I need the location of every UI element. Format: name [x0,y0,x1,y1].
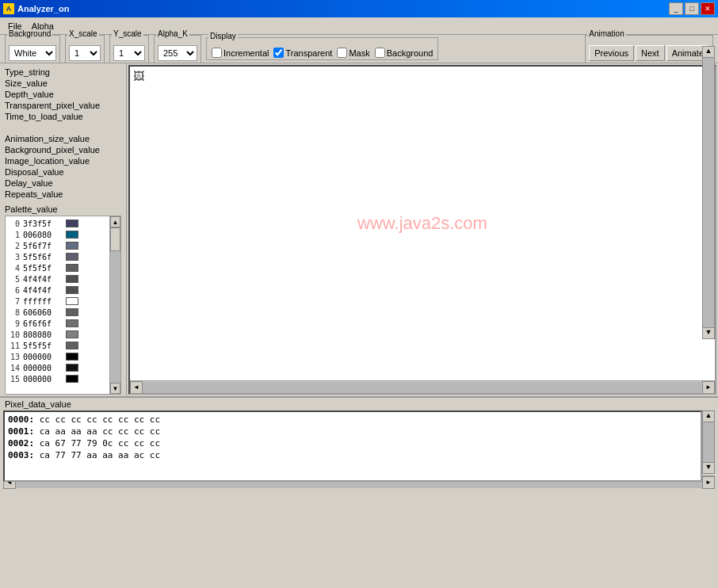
palette-color-swatch [66,231,78,239]
palette-scroll-up[interactable]: ▲ [110,216,120,227]
image-hscroll-left[interactable]: ◄ [130,381,143,394]
palette-row: 3 5f5f6f [7,251,108,262]
xscale-group: X_scale 1 2 4 [65,35,105,63]
pixel-addr: 0003: [8,450,34,460]
animation-size-value: Animation_size_value [5,133,121,144]
app-icon: A [3,3,14,14]
palette-hex: 5f5f6f [23,253,63,262]
palette-scroll-track [110,227,120,383]
info-list: Type_string Size_value Depth_value Trans… [0,63,126,203]
bottom-panel: Pixel_data_value 0000: cc cc cc cc cc cc… [0,396,718,491]
palette-color-swatch [66,264,78,272]
background-group: Background White Black Gray [5,35,60,63]
transparent-checkbox[interactable] [273,48,284,58]
palette-index: 10 [7,330,20,339]
pixel-data-row: 0001: ca aa aa aa cc cc cc cc [8,426,697,437]
pixel-values: cc cc cc cc cc cc cc cc [40,414,160,425]
delay-value: Delay_value [5,178,121,189]
toolbar: Background White Black Gray X_scale 1 2 … [0,35,718,63]
depth-value: Depth_value [5,89,121,100]
palette-color-swatch [66,275,78,283]
incremental-checkbox[interactable] [212,48,222,58]
palette-row: 0 3f3f5f [7,218,108,229]
palette-index: 13 [7,353,20,361]
palette-row: 4 5f5f5f [7,262,108,273]
image-hscroll-right[interactable]: ► [702,381,715,394]
pixel-data-area[interactable]: 0000: cc cc cc cc cc cc cc cc0001: ca aa… [3,410,702,482]
close-button[interactable]: ✕ [701,2,715,15]
disposal-value: Disposal_value [5,166,121,178]
image-scroll-down[interactable]: ▼ [703,327,714,338]
image-h-scrollbar: ◄ ► [130,380,715,393]
palette-row: 8 606060 [7,307,108,318]
incremental-checkbox-group: Incremental [212,48,269,58]
yscale-label: Y_scale [112,29,143,38]
incremental-label: Incremental [223,48,269,58]
image-v-scrollbar: ▲ ▼ [702,65,715,339]
pixel-values: ca 67 77 79 0c cc cc cc [40,438,160,449]
mask-label: Mask [349,48,369,58]
palette-container: 0 3f3f5f 1 006080 2 5f6f7f 3 5f5f6f 4 5f… [5,216,121,395]
pixel-data-row: 0000: cc cc cc cc cc cc cc cc [8,414,697,426]
pixel-data-row: 0003: ca 77 77 aa aa aa ac cc [8,449,697,461]
palette-hex: 4f4f4f [23,275,63,284]
animation-label: Animation [587,29,625,38]
display-group: Display Incremental Transparent Mask Bac… [206,37,438,60]
image-view[interactable]: 🖼 www.java2s.com [130,67,715,380]
xscale-select[interactable]: 1 2 4 [69,45,101,61]
palette-hex: 000000 [23,364,63,372]
palette-hex: 5f5f5f [23,342,63,350]
palette-row: 10 808080 [7,329,108,340]
background-checkbox[interactable] [375,48,385,58]
palette-row: 2 5f6f7f [7,240,108,251]
previous-button[interactable]: Previous [589,45,634,61]
main-content: Type_string Size_value Depth_value Trans… [0,63,718,491]
pixel-scroll-track [703,422,714,462]
background-select[interactable]: White Black Gray [9,45,56,61]
palette-index: 8 [7,308,20,317]
palette-index: 1 [7,231,20,239]
animation-group: Animation Previous Next Animate [585,35,713,63]
pixel-scroll-down[interactable]: ▼ [703,462,714,473]
palette-hex: 6f6f6f [23,319,63,328]
palette-scroll-down[interactable]: ▼ [110,383,120,394]
maximize-button[interactable]: □ [685,2,699,15]
alphak-select[interactable]: 255 128 0 [158,45,197,61]
palette-hex: 006080 [23,231,63,239]
yscale-select[interactable]: 1 2 4 [113,45,145,61]
mask-checkbox[interactable] [337,48,347,58]
pixel-addr: 0000: [8,414,34,425]
palette-scroll-thumb[interactable] [110,227,120,251]
watermark: www.java2s.com [357,213,487,234]
next-button[interactable]: Next [636,45,665,61]
palette-index: 6 [7,286,20,295]
palette-hex: 808080 [23,330,63,339]
palette-color-swatch [66,242,78,250]
pixel-addr: 0001: [8,426,34,437]
time-to-load-value: Time_to_load_value [5,111,121,122]
palette-hex: 000000 [23,353,63,361]
title-bar-text: Analyzer_on [17,4,669,13]
palette-index: 2 [7,242,20,250]
minimize-button[interactable]: _ [669,2,683,15]
palette-color-swatch [66,330,78,338]
pixel-hscroll-right[interactable]: ► [702,476,715,489]
background-pixel-value: Background_pixel_value [5,144,121,155]
yscale-group: Y_scale 1 2 4 [109,35,149,63]
palette-index: 3 [7,253,20,262]
palette-index: 4 [7,264,20,273]
title-bar: A Analyzer_on _ □ ✕ [0,0,718,17]
background-display-label: Background [387,48,433,58]
pixel-values: ca 77 77 aa aa aa ac cc [40,450,160,460]
left-panel: Type_string Size_value Depth_value Trans… [0,63,127,396]
palette-hex: ffffff [23,297,63,306]
palette-index: 5 [7,275,20,284]
pixel-scroll-up[interactable]: ▲ [703,411,714,422]
spacer1 [5,122,121,133]
background-label: Background [7,29,52,38]
palette-list[interactable]: 0 3f3f5f 1 006080 2 5f6f7f 3 5f5f6f 4 5f… [6,216,109,394]
palette-index: 0 [7,220,20,228]
palette-color-swatch [66,342,78,349]
palette-hex: 5f6f7f [23,242,63,250]
palette-row: 6 4f4f4f [7,284,108,296]
